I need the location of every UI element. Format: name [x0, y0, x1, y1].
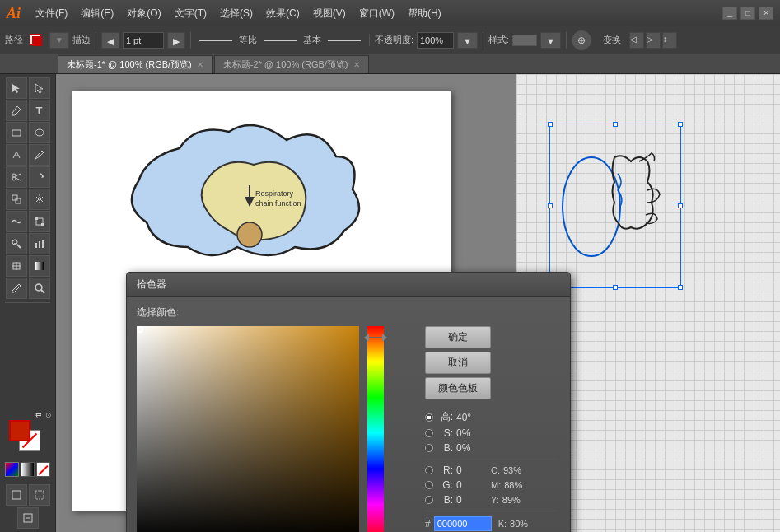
ok-button[interactable]: 确定 [425, 326, 491, 348]
menu-help[interactable]: 帮助(H) [403, 5, 446, 22]
handle-mr[interactable] [678, 203, 683, 208]
menu-text[interactable]: 文字(T) [170, 5, 212, 22]
canvas-area[interactable]: Respiratory chain function [56, 74, 780, 532]
menu-view[interactable]: 视图(V) [308, 5, 351, 22]
svg-line-6 [16, 178, 21, 180]
type-tool[interactable]: T [29, 100, 50, 121]
opacity-label: 不透明度: [375, 34, 413, 46]
svg-rect-0 [12, 130, 21, 136]
tab-2-close[interactable]: ✕ [353, 60, 360, 69]
scale-tool[interactable] [6, 189, 27, 210]
g-label: G: [437, 479, 453, 491]
none-mode-btn[interactable] [36, 462, 50, 477]
menu-file[interactable]: 文件(F) [30, 5, 72, 22]
menu-edit[interactable]: 编辑(E) [76, 5, 119, 22]
transform-btn2[interactable]: ▷ [646, 32, 661, 49]
reflect-tool[interactable] [29, 189, 50, 210]
svg-point-1 [35, 129, 44, 136]
eyedropper-tool[interactable] [6, 278, 27, 299]
g-value: 0 [456, 479, 481, 491]
b-field-row: B: 0% [425, 442, 557, 454]
opacity-input[interactable] [417, 32, 454, 49]
direct-select-tool[interactable] [29, 77, 50, 99]
minimize-button[interactable]: _ [722, 7, 737, 20]
divider-2 [425, 459, 557, 460]
outline-view-btn[interactable] [29, 484, 50, 506]
free-transform-tool[interactable] [29, 211, 50, 232]
transform-btn1[interactable]: ◁ [629, 32, 644, 49]
style-dropdown[interactable]: ▼ [540, 32, 561, 49]
g-radio[interactable] [425, 481, 433, 489]
b2-radio[interactable] [425, 496, 433, 504]
window-controls: _ □ ✕ [722, 7, 773, 20]
weight-right-btn[interactable]: ▶ [167, 32, 185, 49]
transform-btn3[interactable]: ↕ [662, 32, 677, 49]
stroke-label: 路径 [5, 34, 23, 46]
s-radio[interactable] [425, 429, 433, 437]
menu-object[interactable]: 对象(O) [122, 5, 166, 22]
pen-tool[interactable] [6, 100, 27, 121]
full-screen-btn[interactable] [17, 507, 39, 529]
handle-tr[interactable] [678, 122, 683, 127]
pencil-tool[interactable] [6, 144, 27, 166]
brush-tool[interactable] [29, 144, 50, 166]
tab-2[interactable]: 未标题-2* @ 100% (RGB/预览) ✕ [214, 55, 369, 73]
svg-rect-8 [12, 195, 17, 200]
h-radio[interactable] [425, 413, 433, 422]
tab-2-label: 未标题-2* @ 100% (RGB/预览) [223, 58, 348, 71]
maximize-button[interactable]: □ [740, 7, 755, 20]
warp-tool[interactable] [6, 211, 27, 232]
color-picker-titlebar: 拾色器 [127, 273, 570, 297]
scissors-tool[interactable] [6, 166, 27, 188]
handle-bm[interactable] [613, 285, 618, 290]
color-picker-subtitle: 选择颜色: [137, 306, 560, 320]
tab-1-close[interactable]: ✕ [197, 60, 203, 69]
menu-effect[interactable]: 效果(C) [261, 5, 305, 22]
tab-1[interactable]: 未标题-1* @ 100% (RGB/预览) ✕ [58, 55, 213, 73]
handle-br[interactable] [678, 285, 683, 290]
tool-row-7 [2, 211, 54, 232]
stroke-type-btn[interactable]: ▼ [49, 32, 69, 49]
reset-colors-icon[interactable]: ⊙ [45, 412, 52, 419]
swap-colors-icon[interactable]: ⇄ [35, 410, 42, 418]
handle-tl[interactable] [548, 122, 553, 127]
title-bar: Ai 文件(F) 编辑(E) 对象(O) 文字(T) 选择(S) 效果(C) 视… [0, 0, 780, 26]
gradient-cursor [137, 326, 143, 333]
symbol-btn[interactable]: ⊕ [572, 30, 591, 50]
gradient-square[interactable] [137, 326, 359, 532]
normal-view-btn[interactable] [6, 484, 27, 506]
svg-rect-21 [42, 240, 44, 248]
r-radio[interactable] [425, 466, 433, 474]
handle-ml[interactable] [548, 203, 553, 208]
fill-swatch[interactable] [9, 420, 30, 441]
weight-left-btn[interactable]: ◀ [101, 32, 119, 49]
cancel-button[interactable]: 取消 [425, 352, 491, 374]
zoom-tool[interactable] [29, 278, 50, 299]
picker-body: 确定 取消 颜色色板 高: 40° S: 0% [137, 326, 560, 532]
menu-select[interactable]: 选择(S) [215, 5, 258, 22]
gradient-mode-btn[interactable] [21, 462, 35, 477]
mesh-tool[interactable] [6, 255, 27, 277]
tool-row-3 [2, 122, 54, 143]
hex-input[interactable] [434, 516, 492, 531]
rect-tool[interactable] [6, 122, 27, 143]
symbol-sprayer-tool[interactable] [6, 233, 27, 254]
rotate-tool[interactable] [29, 166, 50, 188]
graph-tool[interactable] [29, 233, 50, 254]
stroke-color-icon[interactable] [28, 33, 46, 48]
weight-input[interactable] [123, 32, 164, 49]
hex-symbol: # [425, 518, 431, 530]
swatches-button[interactable]: 颜色色板 [425, 377, 491, 399]
menu-window[interactable]: 窗口(W) [354, 5, 399, 22]
hue-slider[interactable] [367, 326, 384, 532]
handle-tm[interactable] [613, 122, 618, 127]
gradient-tool[interactable] [29, 255, 50, 277]
right-shape-svg [606, 149, 672, 264]
close-button[interactable]: ✕ [759, 7, 773, 20]
color-mode-btn[interactable] [5, 462, 19, 477]
ellipse-tool[interactable] [29, 122, 50, 143]
opacity-dropdown[interactable]: ▼ [457, 32, 478, 49]
b-radio[interactable] [425, 444, 433, 452]
svg-rect-29 [35, 491, 44, 499]
select-tool[interactable] [6, 77, 27, 99]
